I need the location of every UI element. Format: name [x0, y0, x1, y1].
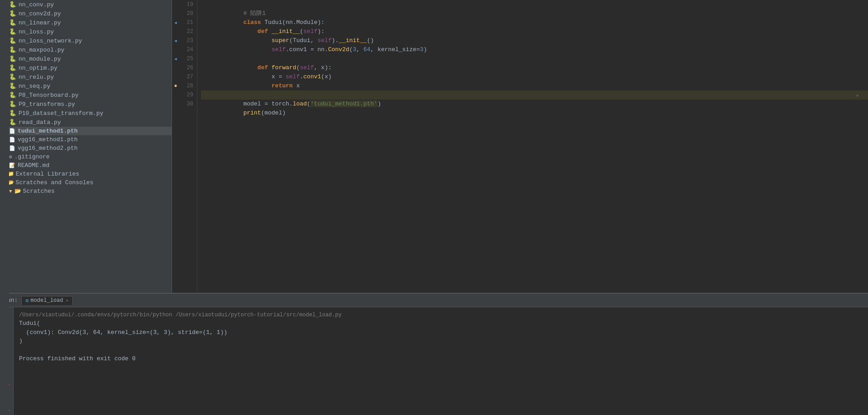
- gutter-30: [172, 100, 179, 109]
- file-nn-relu[interactable]: 🐍 nn_relu.py: [0, 72, 172, 81]
- py-file-icon: 🐍: [9, 110, 16, 117]
- gutter: ◀ ◀ ◀ ●: [172, 0, 179, 293]
- run-command-line: /Users/xiaotudui/.conda/envs/pytorch/bin…: [19, 311, 863, 319]
- code-line-23: self.conv1 = nn.Conv2d(3, 64, kernel_siz…: [201, 36, 868, 45]
- code-line-24: [201, 45, 868, 54]
- file-readme[interactable]: 📝 README.md: [0, 161, 172, 170]
- py-file-icon: 🐍: [9, 91, 16, 99]
- bookmark-icon-21: ◀: [174, 20, 176, 25]
- git-icon: ⚙: [9, 154, 12, 160]
- bookmark-icon-23: ◀: [174, 38, 176, 43]
- py-file-icon: 🐍: [9, 55, 16, 62]
- folder-open-icon: ▼: [9, 189, 12, 194]
- gutter-24: [172, 45, 179, 54]
- run-output-line-1: Tudui(: [19, 319, 863, 328]
- code-content[interactable]: # 陷阱1 class Tudui(nn.Module): def __init…: [197, 0, 868, 293]
- file-gitignore[interactable]: ⚙ .gitignore: [0, 153, 172, 161]
- gutter-20: [172, 9, 179, 18]
- code-line-19: # 陷阱1: [201, 0, 868, 9]
- py-file-icon: 🐍: [9, 10, 16, 17]
- folder-scratches-consoles[interactable]: ▼ 📂 Scratches and Consoles: [0, 178, 172, 187]
- file-p9-transforms[interactable]: 🐍 P9_transforms.py: [0, 100, 172, 109]
- gutter-29: [172, 91, 179, 100]
- py-file-icon: 🐍: [9, 1, 16, 8]
- folder-external-libraries[interactable]: ▶ 📁 External Libraries: [0, 170, 172, 178]
- gutter-25: ◀: [172, 54, 179, 63]
- py-file-icon: 🐍: [9, 64, 16, 72]
- file-p10-dataset[interactable]: 🐍 P10_dataset_transform.py: [0, 109, 172, 118]
- code-line-28: [201, 81, 868, 91]
- run-tab-close[interactable]: ✕: [66, 298, 68, 303]
- file-nn-module[interactable]: 🐍 nn_module.py: [0, 54, 172, 63]
- code-line-20: class Tudui(nn.Module):: [201, 9, 868, 18]
- file-nn-maxpool[interactable]: 🐍 nn_maxpool.py: [0, 45, 172, 54]
- gutter-21: ◀: [172, 18, 179, 27]
- pth-file-icon: 📄: [9, 137, 15, 143]
- code-line-26: x = self.conv1(x): [201, 63, 868, 72]
- code-line-22: super(Tudui, self).__init__(): [201, 27, 868, 36]
- file-nn-loss[interactable]: 🐍 nn_loss.py: [0, 27, 172, 36]
- py-file-icon: 🐍: [9, 82, 16, 90]
- run-output: /Users/xiaotudui/.conda/envs/pytorch/bin…: [14, 307, 868, 415]
- run-content: ▶ ↑ ↓ ■ ≡ ⋮ 📌 🗑 🔧 /Users/xiaotudui/.cond…: [0, 307, 868, 415]
- file-read-data[interactable]: 🐍 read_data.py: [0, 118, 172, 127]
- run-output-line-2: (conv1): Conv2d(3, 64, kernel_size=(3, 3…: [19, 328, 863, 337]
- file-p8-tensorboard[interactable]: 🐍 P8_Tensorboard.py: [0, 91, 172, 100]
- editor-area: ◀ ◀ ◀ ●: [172, 0, 868, 293]
- run-tab-model-load[interactable]: ⚙ model_load ✕: [21, 296, 72, 305]
- gutter-23: ◀: [172, 36, 179, 45]
- py-file-icon: 🐍: [9, 37, 16, 44]
- code-line-21: def __init__(self):: [201, 18, 868, 27]
- bookmark-icon-25: ◀: [174, 57, 176, 62]
- file-nn-conv2d[interactable]: 🐍 nn_conv2d.py: [0, 9, 172, 18]
- file-vgg16-method2[interactable]: 📄 vgg16_method2.pth: [0, 144, 172, 153]
- code-line-29: model = torch.load('tudui_method1.pth') …: [201, 91, 868, 100]
- py-file-icon: 🐍: [9, 46, 16, 53]
- pth-file-icon: 📄: [9, 145, 15, 151]
- gutter-28: ●: [172, 81, 179, 91]
- pth-file-icon: 📄: [9, 128, 15, 134]
- folder-scratches[interactable]: ▼ 📂 Scratches: [0, 187, 172, 196]
- file-nn-loss-network[interactable]: 🐍 nn_loss_network.py: [0, 36, 172, 45]
- run-tab-icon: ⚙: [25, 297, 29, 304]
- md-file-icon: 📝: [9, 162, 15, 168]
- run-output-line-3: ): [19, 337, 863, 346]
- run-panel: Run: ⚙ model_load ✕ ▶ ↑ ↓ ■ ≡ ⋮ 📌 🗑 🔧: [0, 293, 868, 415]
- warning-icon-28: ●: [174, 83, 177, 89]
- run-exit-line: Process finished with exit code 0: [19, 354, 863, 363]
- py-file-icon: 🐍: [9, 19, 16, 26]
- code-view[interactable]: ◀ ◀ ◀ ●: [172, 0, 868, 293]
- py-file-icon: 🐍: [9, 73, 16, 81]
- gutter-19: [172, 0, 179, 9]
- file-nn-conv[interactable]: 🐍 nn_conv.py: [0, 0, 172, 9]
- file-nn-linear[interactable]: 🐍 nn_linear.py: [0, 18, 172, 27]
- file-tudui-method1[interactable]: 📄 tudui_method1.pth: [0, 127, 172, 135]
- code-line-25: def forward(self, x):: [201, 54, 868, 63]
- py-file-icon: 🐍: [9, 119, 16, 126]
- file-tree: 🐍 nn_conv.py 🐍 nn_conv2d.py 🐍 nn_linear.…: [0, 0, 172, 293]
- line-numbers: 19 20 21 22 23 24 25 26 27 28 29 30: [179, 0, 197, 293]
- file-vgg16-method1[interactable]: 📄 vgg16_method1.pth: [0, 135, 172, 144]
- run-output-line-4: [19, 346, 863, 355]
- gutter-22: [172, 27, 179, 36]
- file-nn-seq[interactable]: 🐍 nn_seq.py: [0, 81, 172, 91]
- gutter-27: [172, 72, 179, 81]
- file-nn-optim[interactable]: 🐍 nn_optim.py: [0, 63, 172, 72]
- run-tab-bar: Run: ⚙ model_load ✕: [0, 294, 868, 307]
- code-line-27: return x: [201, 72, 868, 81]
- run-tab-label: model_load: [30, 297, 63, 304]
- side-tab-bar: [0, 0, 9, 415]
- py-file-icon: 🐍: [9, 28, 16, 35]
- gutter-26: [172, 63, 179, 72]
- py-file-icon: 🐍: [9, 100, 16, 108]
- code-line-30: print(model): [201, 100, 868, 109]
